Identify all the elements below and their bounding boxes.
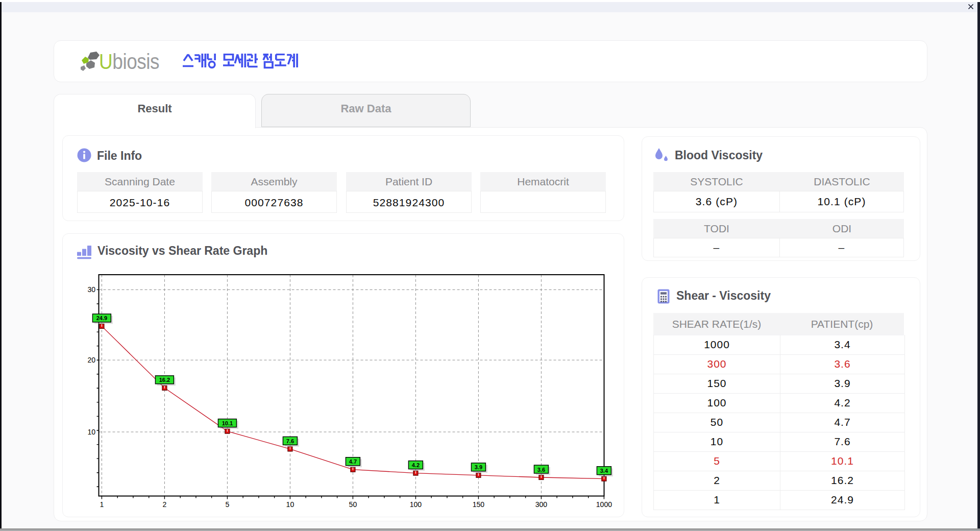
svg-text:100: 100 xyxy=(410,500,422,509)
svg-text:300: 300 xyxy=(535,500,548,509)
svg-text:2: 2 xyxy=(163,500,167,509)
svg-text:150: 150 xyxy=(473,500,485,509)
svg-text:16.2: 16.2 xyxy=(159,377,170,383)
svg-text:30: 30 xyxy=(87,285,95,294)
svg-text:10.1: 10.1 xyxy=(222,420,233,426)
svg-text:50: 50 xyxy=(349,500,357,509)
svg-text:3.9: 3.9 xyxy=(475,464,482,470)
svg-text:3.4: 3.4 xyxy=(600,468,608,474)
svg-text:10: 10 xyxy=(87,428,95,436)
svg-text:7.6: 7.6 xyxy=(286,438,294,444)
svg-text:4.2: 4.2 xyxy=(412,462,420,468)
svg-text:20: 20 xyxy=(87,356,95,364)
svg-text:24.9: 24.9 xyxy=(96,315,107,321)
svg-text:1000: 1000 xyxy=(596,500,612,509)
svg-text:5: 5 xyxy=(226,500,230,509)
svg-text:3.6: 3.6 xyxy=(537,467,545,473)
svg-text:10: 10 xyxy=(286,500,295,509)
svg-text:1: 1 xyxy=(100,500,104,509)
svg-text:4.7: 4.7 xyxy=(349,458,357,465)
